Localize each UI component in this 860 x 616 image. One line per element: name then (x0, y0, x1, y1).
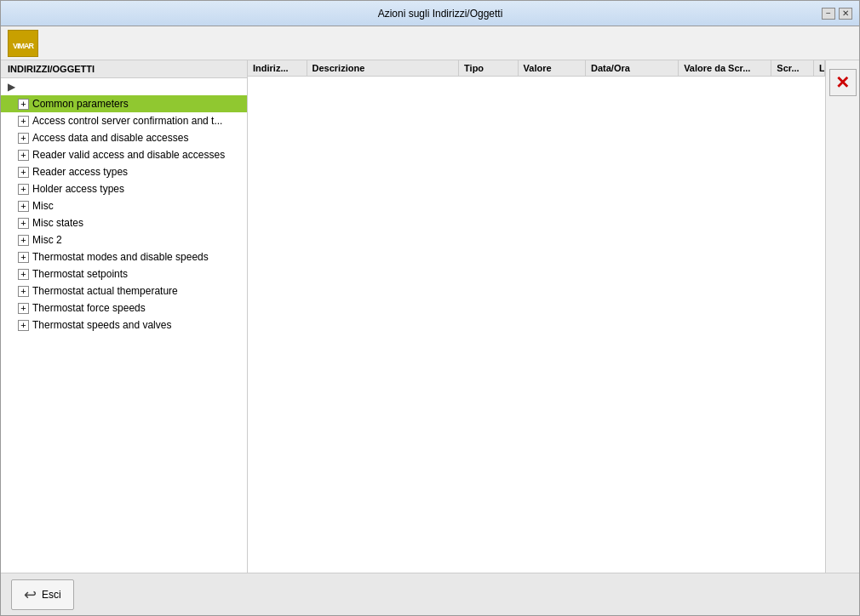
main-window: Azioni sugli Indirizzi/Oggetti − ✕ VIMAR… (0, 0, 860, 616)
tree-nav-row[interactable]: ▶ (1, 78, 247, 95)
tree-label-holder-access-types: Holder access types (32, 183, 124, 195)
table-header: Indiriz... Descrizione Tipo Valore Data/… (248, 60, 825, 77)
col-description: Descrizione (307, 60, 460, 76)
col-datetime: Data/Ora (586, 60, 679, 76)
expand-icon-access-data[interactable]: + (18, 133, 29, 144)
nav-arrow-icon[interactable]: ▶ (4, 81, 18, 93)
expand-icon-reader-valid[interactable]: + (18, 150, 29, 161)
col-address: Indiriz... (248, 60, 307, 76)
expand-icon-reader-access-types[interactable]: + (18, 167, 29, 178)
tree-item-access-data[interactable]: +Access data and disable accesses (1, 129, 247, 146)
tree-label-access-data: Access data and disable accesses (32, 132, 188, 144)
close-button[interactable]: ✕ (839, 8, 852, 20)
table-body (248, 77, 825, 573)
col-scr: Scr... (771, 60, 814, 76)
tree-label-thermostat-force: Thermostat force speeds (32, 302, 146, 314)
expand-icon-thermostat-force[interactable]: + (18, 303, 29, 314)
expand-icon-thermostat-speeds[interactable]: + (18, 320, 29, 331)
expand-icon-holder-access-types[interactable]: + (18, 184, 29, 195)
tree-container[interactable]: ▶+Common parameters+Access control serve… (1, 78, 247, 573)
tree-item-common-parameters[interactable]: +Common parameters (1, 95, 247, 112)
tree-item-thermostat-speeds[interactable]: +Thermostat speeds and valves (1, 317, 247, 334)
tree-label-misc: Misc (32, 200, 54, 212)
tree-label-thermostat-modes: Thermostat modes and disable speeds (32, 251, 209, 263)
tree-item-thermostat-force[interactable]: +Thermostat force speeds (1, 299, 247, 317)
tree-label-reader-valid: Reader valid access and disable accesses (32, 149, 225, 161)
svg-text:VIMAR: VIMAR (13, 42, 35, 50)
esci-label: Esci (42, 589, 61, 601)
left-panel: INDIRIZZI/OGGETTI ▶+Common parameters+Ac… (1, 60, 248, 573)
window-title: Azioni sugli Indirizzi/Oggetti (59, 8, 822, 20)
expand-icon-thermostat-actual[interactable]: + (18, 286, 29, 297)
close-btn-area: ✕ (825, 60, 859, 573)
toolbar: VIMAR (1, 26, 859, 60)
right-content: Indiriz... Descrizione Tipo Valore Data/… (248, 60, 859, 573)
tree-item-reader-valid[interactable]: +Reader valid access and disable accesse… (1, 146, 247, 163)
panel-header: INDIRIZZI/OGGETTI (1, 60, 247, 78)
tree-label-common-parameters: Common parameters (32, 98, 129, 110)
tree-item-thermostat-actual[interactable]: +Thermostat actual themperature (1, 282, 247, 299)
tree-item-thermostat-setpoints[interactable]: +Thermostat setpoints (1, 265, 247, 282)
tree-item-holder-access-types[interactable]: +Holder access types (1, 180, 247, 197)
expand-icon-misc-states[interactable]: + (18, 218, 29, 229)
tree-item-access-control[interactable]: +Access control server confirmation and … (1, 112, 247, 129)
main-content: INDIRIZZI/OGGETTI ▶+Common parameters+Ac… (1, 60, 859, 573)
tree-label-thermostat-speeds: Thermostat speeds and valves (32, 319, 171, 331)
tree-label-thermostat-setpoints: Thermostat setpoints (32, 268, 128, 280)
col-value-scr: Valore da Scr... (679, 60, 771, 76)
title-bar: Azioni sugli Indirizzi/Oggetti − ✕ (1, 1, 859, 26)
expand-icon-thermostat-modes[interactable]: + (18, 252, 29, 263)
minimize-button[interactable]: − (822, 8, 835, 20)
back-arrow-icon: ↩ (24, 585, 37, 604)
tree-item-thermostat-modes[interactable]: +Thermostat modes and disable speeds (1, 248, 247, 265)
col-value: Valore (519, 60, 586, 76)
red-close-button[interactable]: ✕ (829, 69, 857, 96)
expand-icon-access-control[interactable]: + (18, 116, 29, 127)
bottom-bar: ↩ Esci (1, 573, 859, 615)
tree-item-misc-states[interactable]: +Misc states (1, 214, 247, 231)
expand-icon-misc[interactable]: + (18, 201, 29, 212)
expand-icon-thermostat-setpoints[interactable]: + (18, 269, 29, 280)
tree-item-reader-access-types[interactable]: +Reader access types (1, 163, 247, 180)
col-type: Tipo (459, 60, 519, 76)
tree-label-thermostat-actual: Thermostat actual themperature (32, 285, 178, 297)
right-panel: Indiriz... Descrizione Tipo Valore Data/… (248, 60, 825, 573)
tree-item-misc[interactable]: +Misc (1, 197, 247, 214)
tree-label-reader-access-types: Reader access types (32, 166, 128, 178)
tree-label-access-control: Access control server confirmation and t… (32, 115, 222, 127)
expand-icon-misc-2[interactable]: + (18, 235, 29, 246)
tree-label-misc-states: Misc states (32, 217, 83, 229)
col-read: Leggi (814, 60, 825, 76)
esci-button[interactable]: ↩ Esci (11, 579, 74, 610)
window-controls: − ✕ (822, 8, 852, 20)
vimar-logo: VIMAR (8, 30, 38, 57)
tree-label-misc-2: Misc 2 (32, 234, 62, 246)
tree-item-misc-2[interactable]: +Misc 2 (1, 231, 247, 248)
expand-icon-common-parameters[interactable]: + (18, 99, 29, 110)
